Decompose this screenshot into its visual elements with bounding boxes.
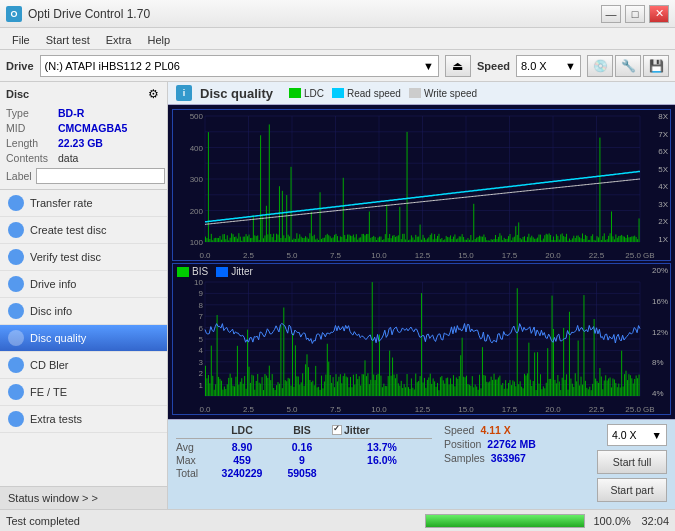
sidebar-item-label-disc-info: Disc info <box>30 305 72 317</box>
toolbar-icon-1[interactable]: 💿 <box>587 55 613 77</box>
max-bis: 9 <box>272 454 332 466</box>
stats-cols: LDC BIS Jitter Avg 8.90 0.16 13.7% <box>176 424 432 479</box>
sidebar-item-verify-test-disc[interactable]: Verify test disc <box>0 244 167 271</box>
avg-label: Avg <box>176 441 212 453</box>
menu-help[interactable]: Help <box>139 30 178 47</box>
speed-stat-value: 4.11 X <box>480 424 510 436</box>
sidebar-item-label-create-test-disc: Create test disc <box>30 224 106 236</box>
position-row: Position 22762 MB <box>444 438 536 450</box>
avg-bis: 0.16 <box>272 441 332 453</box>
speed-stat-label: Speed <box>444 424 474 436</box>
disc-label-label: Label <box>6 170 32 182</box>
speed-dropdown[interactable]: 4.0 X ▼ <box>607 424 667 446</box>
sidebar-item-fe-te[interactable]: FE / TE <box>0 379 167 406</box>
sidebar-item-label-transfer-rate: Transfer rate <box>30 197 93 209</box>
sidebar-item-label-drive-info: Drive info <box>30 278 76 290</box>
start-part-button[interactable]: Start part <box>597 478 667 502</box>
sidebar-item-cd-bler[interactable]: CD Bler <box>0 352 167 379</box>
disc-length-row: Length 22.23 GB <box>6 136 161 150</box>
close-button[interactable]: ✕ <box>649 5 669 23</box>
speed-dropdown-arrow: ▼ <box>652 429 662 441</box>
sidebar: Disc ⚙ Type BD-R MID CMCMAGBA5 Length 22… <box>0 82 168 509</box>
progress-bar <box>425 514 585 528</box>
jitter-checkbox[interactable] <box>332 425 342 435</box>
status-time: 32:04 <box>641 515 669 527</box>
sidebar-item-transfer-rate[interactable]: Transfer rate <box>0 190 167 217</box>
total-ldc: 3240229 <box>212 467 272 479</box>
sidebar-item-label-verify-test-disc: Verify test disc <box>30 251 101 263</box>
disc-type-value: BD-R <box>58 106 84 120</box>
fe-te-icon <box>8 384 24 400</box>
progress-bar-fill <box>426 515 584 527</box>
disc-contents-row: Contents data <box>6 151 161 165</box>
sidebar-item-disc-info[interactable]: Disc info <box>0 298 167 325</box>
title-bar: O Opti Drive Control 1.70 — □ ✕ <box>0 0 675 28</box>
stats-table-area: LDC BIS Jitter Avg 8.90 0.16 13.7% <box>168 419 675 509</box>
bis-header: BIS <box>272 424 332 436</box>
disc-contents-label: Contents <box>6 151 58 165</box>
menu-start-test[interactable]: Start test <box>38 30 98 47</box>
disc-type-row: Type BD-R <box>6 106 161 120</box>
legend-write-speed: Write speed <box>409 88 477 99</box>
speed-dropdown-row: 4.0 X ▼ <box>607 424 667 446</box>
disc-info-panel: Disc ⚙ Type BD-R MID CMCMAGBA5 Length 22… <box>0 82 167 190</box>
legend-write-speed-color <box>409 88 421 98</box>
disc-length-value: 22.23 GB <box>58 136 103 150</box>
ldc-canvas <box>173 110 670 260</box>
disc-label-row: Label ⚙ <box>6 167 161 185</box>
extra-tests-icon <box>8 411 24 427</box>
samples-value: 363967 <box>491 452 526 464</box>
bis-chart: BIS Jitter 20% 16% 12% 8% 4% <box>172 263 671 415</box>
legend-read-speed-label: Read speed <box>347 88 401 99</box>
legend-ldc-label: LDC <box>304 88 324 99</box>
sidebar-item-label-extra-tests: Extra tests <box>30 413 82 425</box>
samples-row: Samples 363967 <box>444 452 536 464</box>
status-window-button[interactable]: Status window > > <box>0 486 167 509</box>
drive-dropdown-icon: ▼ <box>423 60 434 72</box>
disc-type-label: Type <box>6 106 58 120</box>
main-layout: Disc ⚙ Type BD-R MID CMCMAGBA5 Length 22… <box>0 82 675 509</box>
drive-select[interactable]: (N:) ATAPI iHBS112 2 PL06 ▼ <box>40 55 439 77</box>
menu-bar: File Start test Extra Help <box>0 28 675 50</box>
drive-bar: Drive (N:) ATAPI iHBS112 2 PL06 ▼ ⏏ Spee… <box>0 50 675 82</box>
toolbar-icon-2[interactable]: 🔧 <box>615 55 641 77</box>
maximize-button[interactable]: □ <box>625 5 645 23</box>
minimize-button[interactable]: — <box>601 5 621 23</box>
total-label: Total <box>176 467 212 479</box>
total-jitter <box>332 467 432 479</box>
speed-value: 8.0 X <box>521 60 547 72</box>
menu-extra[interactable]: Extra <box>98 30 140 47</box>
disc-contents-value: data <box>58 151 78 165</box>
toolbar-icon-3[interactable]: 💾 <box>643 55 669 77</box>
disc-quality-header: i Disc quality LDC Read speed Write spee… <box>168 82 675 105</box>
disc-label-input[interactable] <box>36 168 165 184</box>
position-value: 22762 MB <box>487 438 535 450</box>
disc-mid-row: MID CMCMAGBA5 <box>6 121 161 135</box>
action-area: 4.0 X ▼ Start full Start part <box>597 424 667 502</box>
max-label: Max <box>176 454 212 466</box>
max-ldc: 459 <box>212 454 272 466</box>
speed-select[interactable]: 8.0 X ▼ <box>516 55 581 77</box>
speed-label: Speed <box>477 60 510 72</box>
chart-legend-top: LDC Read speed Write speed <box>289 88 477 99</box>
speed-dropdown-icon: ▼ <box>565 60 576 72</box>
start-full-button[interactable]: Start full <box>597 450 667 474</box>
menu-file[interactable]: File <box>4 30 38 47</box>
drive-label: Drive <box>6 60 34 72</box>
eject-button[interactable]: ⏏ <box>445 55 471 77</box>
sidebar-item-disc-quality[interactable]: Disc quality <box>0 325 167 352</box>
main-content: i Disc quality LDC Read speed Write spee… <box>168 82 675 509</box>
disc-mid-label: MID <box>6 121 58 135</box>
legend-ldc: LDC <box>289 88 324 99</box>
disc-quality-title: Disc quality <box>200 86 273 101</box>
legend-write-speed-label: Write speed <box>424 88 477 99</box>
sidebar-item-extra-tests[interactable]: Extra tests <box>0 406 167 433</box>
toolbar-icons: 💿 🔧 💾 <box>587 55 669 77</box>
status-percent: 100.0% <box>593 515 633 527</box>
disc-panel-settings-icon[interactable]: ⚙ <box>145 86 161 102</box>
sidebar-item-label-fe-te: FE / TE <box>30 386 67 398</box>
sidebar-item-drive-info[interactable]: Drive info <box>0 271 167 298</box>
disc-length-label: Length <box>6 136 58 150</box>
sidebar-item-create-test-disc[interactable]: Create test disc <box>0 217 167 244</box>
position-label: Position <box>444 438 481 450</box>
